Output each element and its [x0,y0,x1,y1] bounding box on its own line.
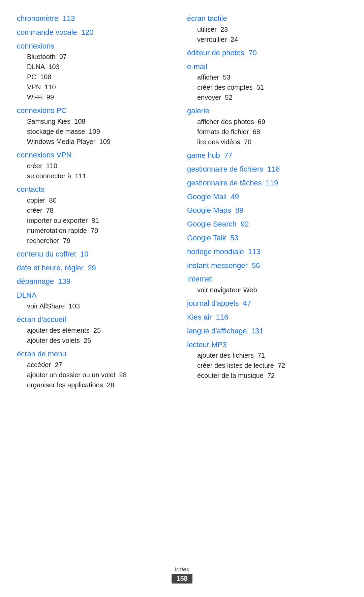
entry-title: instant messenger [187,261,248,270]
entry-page: 89 [235,206,243,214]
entry-header[interactable]: commande vocale 120 [17,27,177,38]
entry-header[interactable]: DLNA [17,290,177,301]
entry-title: date et heure, régler [17,264,84,272]
entry-header[interactable]: connexions VPN [17,150,177,160]
entry-title: contacts [17,185,44,193]
entry-header[interactable]: contenu du coffret 10 [17,249,177,260]
entry-header[interactable]: écran d'accueil [17,315,177,325]
page-footer: Index 158 [0,566,364,584]
sub-entry: numérotation rapide 79 [17,226,177,236]
sub-entry-text: numérotation rapide [27,227,87,234]
entry-page: 113 [63,14,75,23]
entry-header[interactable]: chronomètre 113 [17,13,177,24]
sub-entry-text: afficher [197,73,219,81]
entry-header[interactable]: game hub 77 [187,150,347,161]
sub-entry-page: 103 [68,302,80,310]
sub-entry-page: 24 [231,36,238,43]
entry-header[interactable]: horloge mondiale 113 [187,247,347,257]
sub-entry-page: 103 [48,63,59,70]
entry-title: gestionnaire de fichiers [187,165,263,173]
sub-entry-page: 99 [47,93,54,101]
index-entry: date et heure, régler 29 [17,263,177,273]
sub-entry-text: ajouter des éléments [27,327,90,334]
entry-header[interactable]: galerie [187,106,347,116]
entry-header[interactable]: Google Maps 89 [187,205,347,216]
sub-entry: DLNA 103 [17,62,177,72]
entry-header[interactable]: Kies air 116 [187,312,347,323]
entry-header[interactable]: connexions PC [17,106,177,116]
sub-entry: voir navigateur Web [187,285,347,295]
sub-entry-page: 78 [46,207,54,214]
sub-entry-text: DLNA [27,63,44,70]
entry-header[interactable]: langue d'affichage 131 [187,326,347,336]
sub-entry-page: 109 [99,138,111,145]
sub-entry: ajouter des éléments 25 [17,325,177,335]
sub-entry-page: 72 [267,372,275,379]
sub-entry-text: écouter de la musique [197,372,264,379]
entry-page: 70 [248,49,256,57]
index-entry: contactscopier 80créer 78importer ou exp… [17,184,177,246]
sub-entry: voir AllShare 103 [17,301,177,311]
entry-page: 131 [251,327,264,335]
sub-entry-page: 69 [258,118,265,125]
sub-entry-page: 81 [91,217,99,224]
entry-header[interactable]: éditeur de photos 70 [187,48,347,58]
sub-entry: Samsung Kies 108 [17,116,177,126]
sub-entry-page: 52 [225,94,232,101]
sub-entry-page: 70 [244,138,251,146]
footer-label: Index [0,566,364,573]
sub-entry-page: 28 [107,381,114,389]
entry-header[interactable]: instant messenger 56 [187,261,347,271]
sub-entry-page: 26 [84,337,91,344]
entry-header[interactable]: gestionnaire de tâches 119 [187,178,347,188]
entry-title: galerie [187,107,209,115]
entry-header[interactable]: contacts [17,184,177,195]
entry-title: Google Mail [187,192,226,201]
sub-entry-page: 108 [40,73,51,81]
entry-header[interactable]: Internet [187,274,347,285]
page-content: chronomètre 113commande vocale 120connex… [17,13,347,391]
entry-header[interactable]: Google Talk 53 [187,233,347,243]
sub-entry: afficher 53 [187,72,347,82]
index-entry: chronomètre 113 [17,13,177,24]
entry-header[interactable]: écran tactile [187,13,347,24]
sub-entry-page: 79 [63,237,70,244]
entry-page: 53 [230,234,238,242]
entry-title: Google Talk [187,234,226,242]
sub-entry-text: organiser les applications [27,381,103,389]
entry-header[interactable]: e-mail [187,62,347,72]
sub-entry-text: Bluetooth [27,53,56,60]
sub-entry: créer des listes de lecture 72 [187,360,347,370]
entry-header[interactable]: date et heure, régler 29 [17,263,177,273]
entry-header[interactable]: lecteur MP3 [187,340,347,350]
index-entry: Google Talk 53 [187,233,347,243]
sub-entry: PC 108 [17,72,177,82]
sub-entry-page: 109 [89,128,100,135]
entry-title: e-mail [187,62,207,71]
footer-page: 158 [172,574,192,584]
sub-entry-page: 53 [223,73,230,81]
sub-entry-text: PC [27,73,36,81]
index-entry: connexionsBluetooth 97DLNA 103PC 108VPN … [17,41,177,102]
entry-header[interactable]: dépannage 139 [17,276,177,287]
sub-entry: accéder 27 [17,360,177,370]
entry-page: 49 [231,192,239,201]
entry-title: connexions PC [17,106,67,115]
sub-entry-page: 23 [220,26,228,33]
entry-title: Google Search [187,220,237,228]
sub-entry-text: stockage de masse [27,128,85,135]
entry-header[interactable]: connexions [17,41,177,52]
sub-entry-text: se connecter à [27,172,71,180]
index-entry: e-mailafficher 53créer des comptes 51env… [187,62,347,103]
entry-header[interactable]: journal d'appels 47 [187,298,347,309]
sub-entry-text: ajouter des volets [27,337,80,344]
entry-header[interactable]: Google Search 92 [187,219,347,230]
entry-header[interactable]: gestionnaire de fichiers 118 [187,164,347,175]
sub-entry: organiser les applications 28 [17,380,177,390]
entry-page: 116 [216,313,229,321]
left-column: chronomètre 113commande vocale 120connex… [17,13,187,391]
entry-header[interactable]: Google Mail 49 [187,192,347,202]
entry-title: connexions VPN [17,151,72,159]
entry-header[interactable]: écran de menu [17,349,177,359]
entry-title: dépannage [17,277,54,286]
